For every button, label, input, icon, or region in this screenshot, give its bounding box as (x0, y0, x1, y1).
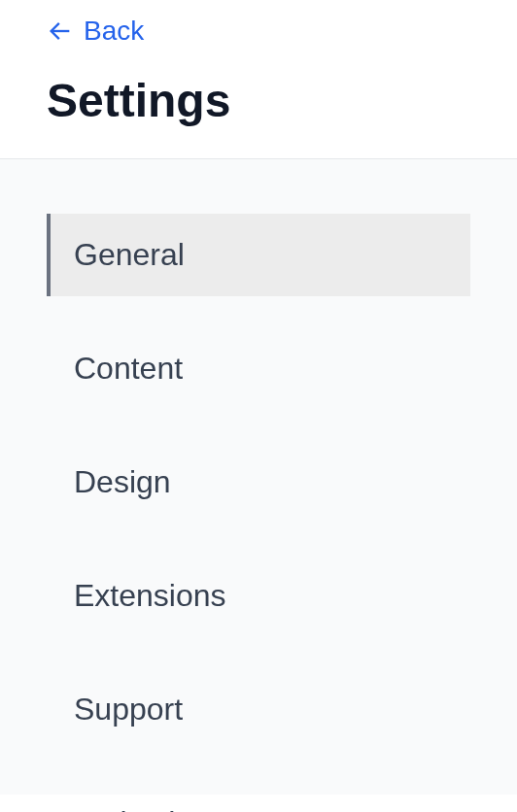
page-title: Settings (47, 74, 470, 127)
nav-item-content[interactable]: Content (47, 327, 470, 410)
nav-item-general[interactable]: General (47, 214, 470, 296)
settings-nav: General Content Design Extensions Suppor… (47, 214, 470, 812)
nav-item-label: Extensions (74, 578, 226, 613)
arrow-left-icon (47, 17, 74, 45)
nav-item-label: Design (74, 464, 171, 499)
nav-item-label: Support (74, 692, 183, 727)
back-label: Back (84, 16, 144, 47)
nav-item-label: Web Chat (74, 805, 212, 812)
nav-item-design[interactable]: Design (47, 441, 470, 524)
nav-item-web-chat[interactable]: Web Chat (47, 782, 470, 812)
nav-item-label: General (74, 237, 185, 272)
nav-item-extensions[interactable]: Extensions (47, 555, 470, 637)
content-area: General Content Design Extensions Suppor… (0, 159, 517, 795)
header: Back Settings (0, 0, 517, 159)
nav-item-support[interactable]: Support (47, 668, 470, 751)
back-button[interactable]: Back (47, 16, 144, 47)
nav-item-label: Content (74, 351, 183, 386)
